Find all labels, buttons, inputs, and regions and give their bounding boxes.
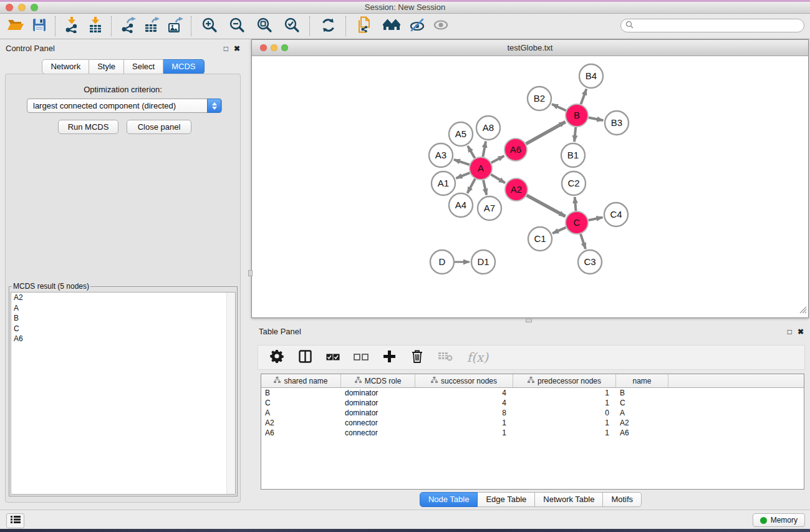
table-row[interactable]: A6connector11A6	[261, 428, 804, 438]
hide-details-button[interactable]	[405, 15, 429, 37]
table-cell[interactable]: 1	[415, 428, 513, 437]
graph-edge-C-C2[interactable]	[575, 197, 576, 211]
zoom-fit-button[interactable]	[251, 15, 278, 37]
graph-edge-A-A4[interactable]	[467, 179, 475, 193]
import-table-button[interactable]	[84, 15, 107, 37]
graph-edge-A-A6[interactable]	[491, 156, 504, 163]
table-cell[interactable]: A2	[261, 418, 341, 427]
create-column-button[interactable]	[381, 349, 397, 366]
zoom-out-button[interactable]	[223, 15, 251, 37]
refresh-button[interactable]	[314, 15, 342, 37]
node-table[interactable]: shared nameMCDS rolesuccessor nodesprede…	[261, 374, 804, 490]
graph-edge-A-A8[interactable]	[483, 142, 486, 157]
export-network-button[interactable]	[116, 15, 140, 37]
graph-edge-B-B2[interactable]	[552, 104, 566, 110]
float-panel-icon[interactable]: □	[788, 328, 792, 336]
graph-edge-C-C1[interactable]	[552, 228, 566, 233]
vertical-splitter-handle[interactable]	[248, 270, 253, 276]
run-mcds-button[interactable]: Run MCDS	[58, 120, 118, 134]
column-header-MCDS-role[interactable]: MCDS role	[341, 374, 415, 387]
tab-edge-table[interactable]: Edge Table	[478, 492, 535, 507]
home-button[interactable]	[378, 15, 405, 37]
table-row[interactable]: A2connector11A2	[261, 418, 804, 428]
mcds-result-item[interactable]: A6	[11, 334, 235, 344]
status-menu-button[interactable]	[6, 513, 24, 528]
mcds-result-item[interactable]: C	[11, 324, 235, 334]
table-settings-button[interactable]	[269, 349, 285, 366]
table-cell[interactable]: A	[616, 409, 668, 417]
table-cell[interactable]: A2	[616, 418, 668, 427]
table-cell[interactable]: B	[261, 389, 341, 397]
graph-edge-A-A7[interactable]	[483, 180, 486, 195]
table-cell[interactable]: C	[616, 399, 668, 407]
search-field[interactable]	[620, 19, 804, 32]
delete-column-button[interactable]	[409, 349, 425, 366]
save-session-button[interactable]	[27, 15, 51, 37]
optimization-criterion-select[interactable]: largest connected component (directed)	[27, 99, 222, 113]
tab-style[interactable]: Style	[89, 59, 124, 74]
float-panel-icon[interactable]: □	[224, 45, 228, 52]
select-all-rows-button[interactable]	[325, 349, 341, 366]
column-header-name[interactable]: name	[616, 374, 668, 387]
scrollbar-track[interactable]	[226, 293, 235, 494]
graph-edge-B-B3[interactable]	[589, 118, 604, 120]
zoom-in-button[interactable]	[196, 15, 223, 37]
graph-edge-A-A1[interactable]	[456, 173, 470, 178]
mcds-result-item[interactable]: A	[11, 303, 235, 314]
resize-grip-icon[interactable]	[798, 305, 807, 316]
graph-edge-A-A3[interactable]	[454, 160, 470, 165]
network-window-titlebar[interactable]: testGlobe.txt	[252, 40, 808, 56]
graph-edge-A-A5[interactable]	[468, 146, 475, 158]
mcds-result-item[interactable]: B	[11, 313, 235, 324]
show-details-button[interactable]	[429, 15, 453, 37]
table-cell[interactable]: B	[616, 389, 668, 397]
table-cell[interactable]: A	[261, 409, 341, 417]
column-header-successor-nodes[interactable]: successor nodes	[415, 374, 513, 387]
graph-edge-C-C3[interactable]	[581, 234, 586, 249]
tab-network-table[interactable]: Network Table	[535, 492, 603, 507]
export-image-button[interactable]	[163, 15, 187, 37]
table-cell[interactable]: A6	[616, 428, 668, 437]
mcds-result-list[interactable]: A2ABCA6	[11, 292, 236, 495]
table-cell[interactable]: 1	[415, 418, 513, 427]
close-panel-button[interactable]: Close panel	[127, 120, 191, 134]
export-table-button[interactable]	[140, 15, 163, 37]
table-cell[interactable]: A6	[261, 428, 341, 437]
memory-button[interactable]: Memory	[753, 513, 805, 527]
table-cell[interactable]: 1	[513, 428, 616, 437]
search-input[interactable]	[636, 21, 804, 31]
deselect-all-rows-button[interactable]	[353, 349, 369, 366]
open-session-button[interactable]	[4, 15, 27, 37]
table-cell[interactable]: 1	[513, 389, 616, 397]
table-cell[interactable]: dominator	[341, 399, 415, 407]
tab-motifs[interactable]: Motifs	[603, 492, 642, 507]
table-row[interactable]: Adominator80A	[261, 408, 804, 418]
table-cell[interactable]: connector	[341, 418, 415, 427]
mcds-result-item[interactable]: A2	[11, 293, 235, 303]
table-cell[interactable]: 8	[415, 409, 513, 417]
import-network-button[interactable]	[60, 15, 84, 37]
column-header-predecessor-nodes[interactable]: predecessor nodes	[513, 374, 616, 387]
horizontal-splitter-handle[interactable]	[526, 319, 532, 322]
table-cell[interactable]: 4	[415, 389, 513, 397]
column-header-shared-name[interactable]: shared name	[261, 374, 341, 387]
graph-edge-A2-C[interactable]	[527, 195, 566, 216]
close-panel-icon[interactable]: ✖	[798, 328, 804, 336]
show-columns-button[interactable]	[297, 349, 313, 366]
tab-node-table[interactable]: Node Table	[420, 492, 478, 507]
table-cell[interactable]: dominator	[341, 409, 415, 417]
graph-edge-A6-B[interactable]	[526, 122, 566, 143]
table-cell[interactable]: dominator	[341, 389, 415, 397]
table-cell[interactable]: 1	[513, 399, 616, 407]
close-panel-icon[interactable]: ✖	[234, 45, 240, 52]
table-cell[interactable]: 0	[513, 409, 616, 417]
tab-network[interactable]: Network	[42, 59, 89, 74]
graph-edge-B-B1[interactable]	[574, 127, 576, 142]
network-from-selection-button[interactable]	[350, 15, 378, 37]
table-cell[interactable]: 4	[415, 399, 513, 407]
graph-edge-B-B4[interactable]	[581, 89, 587, 104]
tab-mcds[interactable]: MCDS	[163, 59, 204, 74]
zoom-selected-button[interactable]	[278, 15, 306, 37]
table-cell[interactable]: connector	[341, 428, 415, 437]
table-cell[interactable]: C	[261, 399, 341, 407]
